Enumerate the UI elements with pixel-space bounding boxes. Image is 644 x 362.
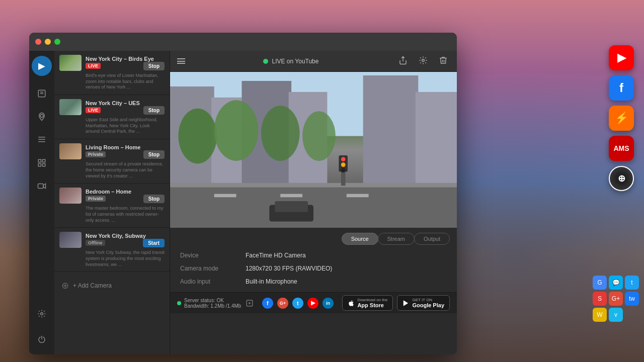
- mini-icon-gplus[interactable]: G+: [609, 292, 623, 306]
- social-google-plus-icon[interactable]: G+: [277, 298, 288, 309]
- app-window: ▶: [29, 33, 457, 354]
- add-camera-label: + Add Camera: [73, 282, 112, 289]
- device-value: FaceTime HD Camera: [246, 252, 306, 259]
- stop-button-3[interactable]: Stop: [143, 150, 165, 159]
- camera-item-living-room[interactable]: Living Room – Home Private Stop Secured …: [54, 139, 170, 184]
- svg-rect-30: [347, 194, 369, 198]
- camera-item-nyc-birds-eye[interactable]: New York City – Birds Eye LIVE Stop Bird…: [54, 51, 170, 95]
- google-play-button[interactable]: GET IT ON Google Play: [397, 295, 450, 311]
- video-preview: [170, 72, 457, 228]
- svg-point-12: [41, 313, 43, 315]
- sidebar-item-list[interactable]: [32, 130, 51, 149]
- status-badge-3: Private: [86, 151, 106, 157]
- bottom-panel: Source Stream Output Device FaceTime HD …: [170, 228, 457, 292]
- status-badge-1: LIVE: [86, 63, 101, 69]
- ninja-dock-icon[interactable]: ⚡: [609, 106, 634, 131]
- status-badge-5: Offline: [86, 240, 105, 246]
- svg-rect-4: [38, 137, 45, 138]
- apple-icon: [348, 300, 355, 307]
- camera-thumb-5: [59, 232, 82, 248]
- camera-item-bedroom[interactable]: Bedroom – Home Private Stop The master b…: [54, 184, 170, 228]
- google-play-icon: [403, 300, 410, 307]
- camera-thumb-3: [59, 143, 82, 159]
- tab-output[interactable]: Output: [414, 233, 450, 245]
- mini-icon-t[interactable]: t: [625, 276, 639, 290]
- svg-point-14: [422, 59, 425, 61]
- status-badge-4: Private: [86, 196, 106, 202]
- sidebar-item-video[interactable]: [32, 176, 51, 196]
- app-store-button[interactable]: Download on the App Store: [342, 295, 393, 311]
- server-status-dot: [177, 301, 181, 305]
- stop-button-4[interactable]: Stop: [143, 195, 165, 203]
- settings-button[interactable]: [417, 54, 430, 69]
- footer-status: Server status: OK Bandwidth: 1.2Mb /1.4M…: [177, 298, 253, 309]
- camera-name-1: New York City – Birds Eye: [86, 56, 165, 62]
- stop-button-2[interactable]: Stop: [143, 106, 165, 115]
- camera-name-5: New York City, Subway: [86, 233, 165, 239]
- mini-icon-g[interactable]: G: [593, 276, 607, 290]
- add-camera-button[interactable]: ⊕ + Add Camera: [54, 274, 170, 297]
- tab-source[interactable]: Source: [342, 233, 378, 245]
- camera-item-nyc-ues[interactable]: New York City – UES LIVE Stop Upper East…: [54, 95, 170, 139]
- mini-icon-wp[interactable]: W: [593, 308, 607, 322]
- mini-dock: G 💬 t S G+ tw W v: [593, 276, 639, 322]
- hamburger-menu-icon[interactable]: [177, 58, 185, 64]
- facebook-dock-icon[interactable]: f: [609, 75, 634, 101]
- get-it-on-text: GET IT ON: [412, 298, 444, 302]
- sidebar-item-location[interactable]: [32, 107, 51, 126]
- sidebar-logo[interactable]: ▶: [32, 56, 52, 76]
- camera-item-subway[interactable]: New York City, Subway Offline Start New …: [54, 228, 170, 272]
- device-label: Device: [180, 252, 246, 259]
- right-dock: ▶ f ⚡ AMS ⊕: [609, 45, 634, 191]
- window-buttons: [35, 39, 60, 45]
- camera-desc-5: New York City Subway, the rapid transit …: [86, 250, 165, 267]
- minimize-button[interactable]: [45, 39, 51, 45]
- audio-input-row: Audio input Built-in Microphone: [180, 278, 447, 285]
- sidebar-item-book[interactable]: [32, 84, 51, 103]
- delete-button[interactable]: [437, 54, 450, 69]
- camera-mode-value: 644x362 30 FPS (RAWVIDEO): [246, 265, 332, 272]
- app-content: ▶: [29, 51, 457, 354]
- start-button-5[interactable]: Start: [143, 239, 165, 247]
- camera-thumb-4: [59, 188, 82, 204]
- tab-stream[interactable]: Stream: [378, 233, 415, 245]
- mini-icon-chat[interactable]: 💬: [609, 276, 623, 290]
- footer-store-buttons: Download on the App Store GET IT ON Goog…: [342, 295, 450, 311]
- camera-desc-3: Secured stream of a private residence, t…: [86, 161, 165, 179]
- close-button[interactable]: [35, 39, 41, 45]
- maximize-button[interactable]: [54, 39, 60, 45]
- ams-dock-icon[interactable]: AMS: [609, 136, 634, 161]
- audio-input-value: Built-in Microphone: [246, 278, 297, 285]
- camera-mode-row: Camera mode 644x362 30 FPS (RAWVIDEO): [180, 265, 447, 272]
- social-twitter-icon[interactable]: t: [292, 298, 303, 309]
- svg-rect-7: [38, 159, 41, 162]
- svg-rect-32: [275, 201, 308, 212]
- sidebar-item-power[interactable]: [32, 330, 51, 349]
- mini-icon-tw[interactable]: tw: [625, 292, 639, 306]
- svg-point-22: [178, 109, 217, 164]
- camera-list: New York City – Birds Eye LIVE Stop Bird…: [54, 51, 170, 354]
- google-play-label: Google Play: [412, 302, 444, 308]
- camera-name-2: New York City – UES: [86, 100, 165, 106]
- mini-icon-s[interactable]: S: [593, 292, 607, 306]
- camera-name-4: Bedroom – Home: [86, 189, 165, 195]
- app-store-label: App Store: [357, 302, 387, 308]
- social-linkedin-icon[interactable]: in: [323, 298, 334, 309]
- top-toolbar: LIVE on YouTube: [170, 51, 457, 72]
- svg-point-25: [302, 111, 336, 161]
- download-on-text: Download on the: [357, 298, 387, 302]
- mini-icon-v[interactable]: v: [609, 308, 623, 322]
- sidebar-item-grid[interactable]: [32, 153, 51, 172]
- youtube-dock-icon[interactable]: ▶: [609, 45, 634, 70]
- social-facebook-icon[interactable]: f: [262, 298, 273, 309]
- stop-button-1[interactable]: Stop: [143, 62, 165, 70]
- svg-rect-10: [43, 164, 45, 166]
- status-badge-2: LIVE: [86, 107, 101, 113]
- server-status-text: Server status: OK: [184, 298, 241, 303]
- share-button[interactable]: [396, 54, 410, 69]
- live-dot-indicator: [263, 59, 268, 64]
- score5-dock-icon[interactable]: ⊕: [609, 166, 634, 191]
- sidebar-item-settings[interactable]: [32, 304, 51, 323]
- audio-input-label: Audio input: [180, 278, 246, 285]
- social-youtube-icon[interactable]: ▶: [307, 298, 318, 309]
